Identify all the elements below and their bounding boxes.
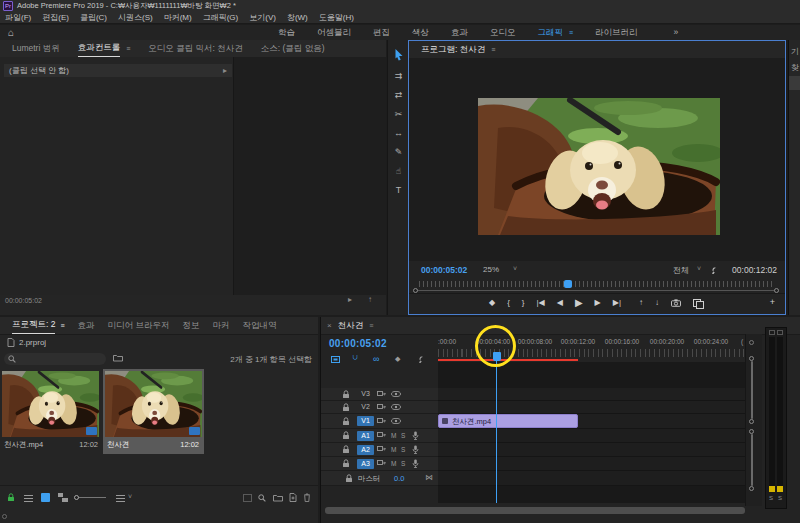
project-item-2[interactable]: 천사견 12:02 [105,371,202,437]
workspace-tab-editing[interactable]: 편집 [373,25,390,40]
workspace-tab-assembly[interactable]: 어셈블리 [317,25,351,40]
tab-history[interactable]: 작업내역 [242,318,276,334]
project-item-2-thumbnail[interactable] [105,371,202,437]
sync-lock-icon[interactable] [377,418,386,425]
new-bin-icon[interactable] [273,494,283,502]
track-v3-content[interactable] [438,388,745,401]
track-header-a1[interactable]: A1 M S [321,429,438,443]
lock-icon[interactable] [342,431,350,440]
track-badge-v2[interactable]: V2 [357,402,374,412]
export-icon[interactable]: ↑ [368,295,372,304]
sync-lock-icon[interactable] [377,432,386,439]
settings-wrench-icon[interactable] [708,265,717,274]
meter-solo-right-label[interactable]: S [778,495,782,501]
track-a2-content[interactable] [438,443,745,457]
sync-lock-icon[interactable] [377,391,386,398]
scale-caret-icon[interactable]: ˅ [697,265,701,272]
sort-icon[interactable] [116,494,125,502]
snap-magnet-icon[interactable]: ∩ [352,353,359,363]
video-scrollbar[interactable] [751,361,753,419]
extract-icon[interactable]: ↓ [655,298,659,307]
track-header-a3[interactable]: A3 M S [321,457,438,471]
track-a3-content[interactable] [438,457,745,471]
step-forward-icon[interactable]: ▶ [595,298,601,307]
program-title[interactable]: 프로그램: 천사견 [421,42,485,58]
voiceover-mic-icon[interactable] [412,445,419,454]
workspace-tab-learning[interactable]: 학습 [278,25,295,40]
workspace-tab-audio[interactable]: 오디오 [490,25,516,40]
track-header-v3[interactable]: V3 [321,388,438,401]
ripple-edit-tool[interactable]: ⇄ [388,86,409,105]
workspace-overflow-icon[interactable]: » [674,25,679,40]
razor-tool[interactable]: ✂ [388,105,409,124]
lock-icon[interactable] [342,417,350,426]
tab-source-monitor[interactable]: 소스: (클립 없음) [261,41,325,57]
pen-tool[interactable]: ✎ [388,143,409,162]
timeline-horizontal-scrollbar[interactable] [325,507,745,514]
zoom-caret-icon[interactable]: ˅ [513,265,517,272]
track-select-forward-tool[interactable]: ⇉ [388,67,409,86]
scale-mode-select[interactable]: 전체 [673,265,689,276]
audio-scroll-bottom-handle[interactable] [749,486,754,491]
timeline-clip[interactable]: 천사견.mp4 [438,414,578,428]
go-to-out-icon[interactable]: ▶| [613,298,621,307]
sync-lock-icon[interactable] [377,460,386,467]
mark-out-icon[interactable]: } [522,298,525,307]
play-icon[interactable]: ▶ [575,297,583,308]
program-timecode[interactable]: 00:00:05:02 [421,265,467,275]
hand-tool[interactable]: ☝ [388,162,409,181]
timeline-settings-wrench-icon[interactable] [415,354,424,363]
program-playhead[interactable] [564,280,572,288]
tab-project[interactable]: 프로젝트: 2 [12,317,55,334]
comparison-view-icon[interactable] [693,299,702,307]
mute-button[interactable]: M [391,431,396,441]
play-around-icon[interactable]: ▸ [348,295,352,304]
meter-solo-left-label[interactable]: S [769,495,773,501]
workspace-tab-graphics[interactable]: 그래픽 [538,25,564,40]
track-master-content[interactable] [438,471,745,486]
menu-edit[interactable]: 편집(E) [42,12,69,23]
timeline-playhead-line[interactable] [496,361,497,503]
sequence-tab[interactable]: 천사견 [338,318,364,334]
thumbnail-zoom-slider[interactable] [76,497,106,498]
search-input[interactable] [4,353,106,365]
project-item-1[interactable]: 천사견.mp4 12:02 [2,371,101,437]
timeline-timecode[interactable]: 00:00:05:02 [329,338,387,349]
toggle-track-output-eye-icon[interactable] [391,391,401,397]
toggle-track-output-eye-icon[interactable] [391,418,401,424]
project-bin-name[interactable]: 2.prproj [19,338,46,347]
sync-lock-icon[interactable] [377,446,386,453]
ruler-zoom-handle[interactable] [749,340,754,345]
lock-icon[interactable] [345,474,353,483]
menu-window[interactable]: 창(W) [287,12,308,23]
track-badge-v1[interactable]: V1 [357,416,374,426]
timeline-add-marker-icon[interactable]: ◆ [395,355,400,363]
selection-tool[interactable] [388,48,409,67]
track-v2-content[interactable] [438,401,745,414]
add-marker-icon[interactable]: ◆ [489,298,495,307]
tab-lumetri-scopes[interactable]: Lumetri 범위 [12,41,60,57]
freeform-view-icon[interactable] [58,493,68,502]
project-writable-lock-icon[interactable] [7,493,15,502]
mute-button[interactable]: M [391,459,396,469]
solo-button[interactable]: S [401,431,405,441]
lock-icon[interactable] [342,459,350,468]
track-badge-a1[interactable]: A1 [357,431,374,441]
sort-caret-icon[interactable]: ˅ [128,493,132,500]
menu-marker[interactable]: 마커(M) [164,12,192,23]
sync-lock-icon[interactable] [377,404,386,411]
keyframe-nav-icon[interactable]: ⋈ [425,473,433,482]
type-tool[interactable]: T [388,181,409,200]
icon-view-icon[interactable] [41,493,50,502]
toggle-track-output-eye-icon[interactable] [391,404,401,410]
mute-button[interactable]: M [391,445,396,455]
lock-icon[interactable] [342,403,350,412]
workspace-tab-effects[interactable]: 효과 [451,25,468,40]
lift-icon[interactable]: ↑ [639,298,643,307]
step-back-icon[interactable]: ◀ [557,298,563,307]
solo-button[interactable]: S [401,445,405,455]
home-icon[interactable]: ⌂ [8,25,14,40]
zoom-level-select[interactable]: 25% [483,265,499,274]
zoom-slider-knob[interactable] [74,495,79,500]
menu-file[interactable]: 파일(F) [5,12,31,23]
